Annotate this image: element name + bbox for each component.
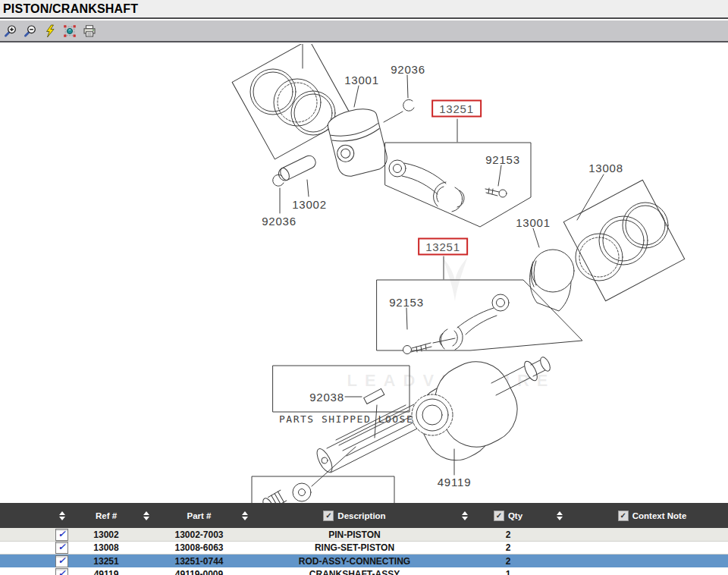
cell-qty: 2	[474, 542, 542, 553]
cell-part: 13251-0744	[163, 556, 235, 567]
cell-description: ROD-ASSY-CONNECTING	[254, 556, 455, 567]
table-row-13002[interactable]: ✓ 13002 13002-7003 PIN-PISTON 2	[0, 528, 728, 542]
parts-table: Ref # Part # ✓Description ✓Qty ✓Context …	[0, 503, 728, 575]
row-select-icon[interactable]: ✓	[55, 568, 68, 575]
col-header-ref[interactable]: Ref #	[83, 511, 129, 520]
zoom-in-button[interactable]	[3, 24, 18, 39]
cell-part: 13008-6063	[163, 542, 235, 553]
sort-select-column[interactable]	[59, 511, 65, 520]
cell-description: RING-SET-PISTON	[254, 542, 455, 553]
cell-description: PIN-PISTON	[254, 529, 455, 540]
hotspots-button[interactable]	[62, 24, 77, 39]
diagram-canvas[interactable]: LEADVENTURE	[0, 44, 728, 503]
row-select-icon[interactable]: ✓	[55, 529, 68, 541]
hotspots-icon	[63, 24, 77, 38]
cell-part: 49119-0009	[163, 569, 235, 575]
parts-shipped-loose-label: PARTS SHIPPED LOOSE	[279, 413, 413, 425]
zoom-out-button[interactable]	[23, 24, 38, 39]
part-label-92038[interactable]: 92038	[309, 391, 344, 404]
table-row-49119[interactable]: ✓ 49119 49119-0009 CRANKSHAFT-ASSY 1	[0, 567, 728, 575]
part-label-92036b[interactable]: 92036	[262, 215, 297, 228]
part-label-13001b[interactable]: 13001	[516, 216, 551, 229]
col-header-context-note[interactable]: ✓Context Note	[576, 511, 728, 521]
sort-description-column[interactable]	[462, 511, 468, 520]
title-bar: PISTON/CRANKSHAFT	[0, 0, 728, 19]
cell-ref: 13251	[83, 556, 129, 567]
cell-qty: 1	[474, 569, 542, 575]
cell-description: CRANKSHAFT-ASSY	[254, 569, 455, 575]
sort-ref-column[interactable]	[143, 511, 149, 520]
part-label-92153b[interactable]: 92153	[389, 296, 424, 309]
cell-ref: 49119	[83, 569, 129, 575]
sort-qty-column[interactable]	[557, 511, 563, 520]
zoom-in-icon	[4, 24, 17, 38]
col-header-part[interactable]: Part #	[163, 511, 235, 520]
description-checkbox[interactable]: ✓	[323, 511, 334, 521]
table-row-13008[interactable]: ✓ 13008 13008-6063 RING-SET-PISTON 2	[0, 542, 728, 555]
table-header: Ref # Part # ✓Description ✓Qty ✓Context …	[0, 503, 728, 528]
row-select-icon[interactable]: ✓	[55, 555, 68, 567]
col-header-description[interactable]: ✓Description	[254, 511, 455, 521]
parts-catalog-app: PISTON/CRANKSHAFT	[0, 0, 728, 575]
part-label-92036a[interactable]: 92036	[391, 63, 425, 76]
part-label-13001a[interactable]: 13001	[344, 74, 379, 86]
part-label-92153a[interactable]: 92153	[485, 153, 520, 166]
part-label-49119[interactable]: 49119	[438, 476, 472, 489]
cell-qty: 2	[474, 529, 542, 540]
diagram-toolbar	[0, 20, 728, 42]
cell-qty: 2	[474, 556, 542, 567]
cell-part: 13002-7003	[163, 529, 235, 540]
flash-icon	[43, 24, 57, 38]
diagram-linework	[0, 44, 728, 503]
cell-ref: 13002	[83, 529, 129, 540]
part-label-13251b-highlighted[interactable]: 13251	[418, 238, 468, 256]
part-label-13251a-highlighted[interactable]: 13251	[431, 100, 482, 118]
flash-button[interactable]	[42, 24, 58, 39]
col-header-qty[interactable]: ✓Qty	[474, 511, 542, 521]
row-select-icon[interactable]: ✓	[55, 542, 68, 554]
table-row-13251-selected[interactable]: ✓ 13251 13251-0744 ROD-ASSY-CONNECTING 2	[0, 555, 728, 567]
cell-ref: 13008	[83, 542, 129, 553]
watermark-logo	[442, 256, 468, 301]
context-note-checkbox[interactable]: ✓	[618, 511, 629, 521]
print-button[interactable]	[82, 24, 97, 39]
part-label-13008[interactable]: 13008	[588, 162, 623, 174]
print-icon	[83, 24, 96, 38]
part-label-13002[interactable]: 13002	[292, 198, 327, 211]
page-title: PISTON/CRANKSHAFT	[0, 0, 728, 16]
qty-checkbox[interactable]: ✓	[494, 511, 504, 521]
sort-part-column[interactable]	[242, 511, 248, 520]
zoom-out-icon	[24, 24, 37, 38]
